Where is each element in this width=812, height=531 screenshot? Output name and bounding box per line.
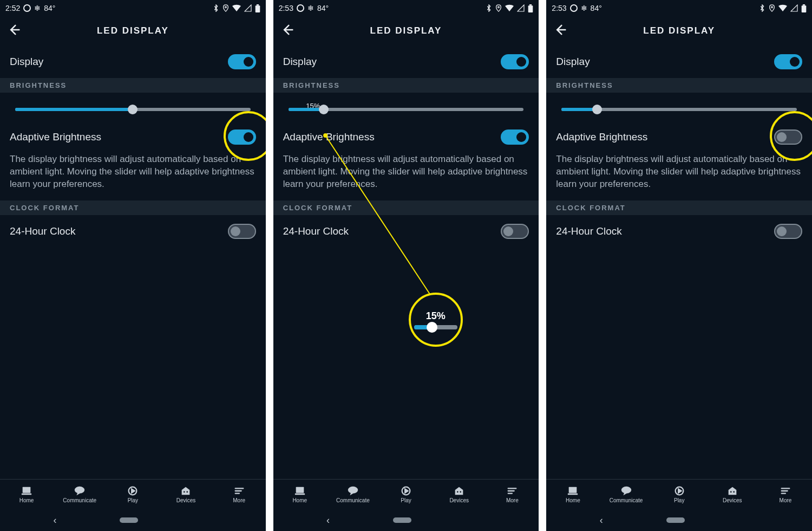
- svg-rect-21: [802, 5, 807, 12]
- nav-communicate[interactable]: Communicate: [599, 480, 652, 509]
- sys-home-pill[interactable]: [666, 517, 685, 523]
- nav-devices[interactable]: Devices: [159, 480, 212, 509]
- sys-back-icon[interactable]: ‹: [326, 515, 330, 526]
- nav-label: Communicate: [63, 497, 96, 503]
- adaptive-row: Adaptive Brightness: [273, 121, 539, 153]
- adaptive-toggle[interactable]: [501, 129, 529, 145]
- bluetooth-icon: [759, 4, 765, 12]
- nav-devices[interactable]: Devices: [706, 480, 759, 509]
- adaptive-toggle[interactable]: [228, 129, 256, 145]
- brightness-header: BRIGHTNESS: [0, 78, 266, 93]
- location-icon: [222, 4, 229, 12]
- svg-rect-13: [295, 494, 305, 495]
- svg-point-28: [733, 491, 735, 493]
- nav-more[interactable]: More: [486, 480, 539, 509]
- temp-text: 84°: [44, 4, 55, 12]
- svg-point-9: [498, 7, 500, 8]
- battery-icon: [801, 4, 807, 12]
- svg-point-20: [771, 7, 773, 8]
- signal-icon: [790, 4, 798, 12]
- display-toggle[interactable]: [228, 54, 256, 69]
- svg-rect-24: [568, 494, 578, 495]
- nav-label: More: [780, 497, 792, 503]
- battery-icon: [528, 4, 533, 12]
- svg-point-17: [460, 491, 462, 493]
- clock24-label: 24-Hour Clock: [283, 225, 349, 237]
- nav-label: Devices: [176, 497, 196, 503]
- svg-rect-2: [257, 4, 259, 5]
- location-icon: [495, 4, 502, 12]
- wifi-icon: [505, 4, 514, 12]
- nav-play[interactable]: Play: [106, 480, 159, 509]
- adaptive-label: Adaptive Brightness: [10, 131, 101, 143]
- nav-label: Communicate: [336, 497, 370, 503]
- weather-icon: ❄: [307, 4, 314, 12]
- nav-label: Play: [401, 497, 411, 503]
- system-nav: ‹: [546, 509, 812, 531]
- sys-back-icon[interactable]: ‹: [600, 515, 603, 526]
- page-title: LED DISPLAY: [273, 25, 539, 36]
- nav-label: Home: [566, 497, 580, 503]
- nav-label: Play: [128, 497, 138, 503]
- nav-communicate[interactable]: Communicate: [326, 480, 379, 509]
- header: LED DISPLAY: [273, 16, 539, 46]
- clock24-toggle[interactable]: [501, 224, 529, 239]
- brightness-slider[interactable]: 15%: [273, 93, 539, 121]
- bottom-nav: Home Communicate Play Devices More: [546, 479, 812, 509]
- display-row: Display: [546, 46, 812, 78]
- nav-play[interactable]: Play: [379, 480, 433, 509]
- display-toggle[interactable]: [501, 54, 529, 69]
- brightness-slider[interactable]: [0, 93, 266, 121]
- display-label: Display: [283, 56, 317, 68]
- nav-label: Devices: [449, 497, 469, 503]
- nav-home[interactable]: Home: [273, 480, 326, 509]
- svg-point-5: [75, 487, 84, 494]
- nav-communicate[interactable]: Communicate: [53, 480, 106, 509]
- brightness-header: BRIGHTNESS: [273, 78, 539, 93]
- system-nav: ‹: [0, 509, 266, 531]
- assistant-icon: [570, 4, 578, 12]
- page-title: LED DISPLAY: [546, 25, 812, 36]
- nav-more[interactable]: More: [213, 480, 266, 509]
- sys-home-pill[interactable]: [393, 517, 411, 523]
- weather-icon: ❄: [581, 4, 587, 12]
- sys-back-icon[interactable]: ‹: [53, 515, 56, 526]
- clock24-toggle[interactable]: [774, 224, 802, 239]
- phone-panel-1: 2:53 ❄ 84° LED DISPLAY Display BRIGHTNES…: [273, 0, 539, 531]
- clock-text: 2:53: [279, 4, 293, 12]
- nav-more[interactable]: More: [759, 480, 812, 509]
- status-bar: 2:53 ❄ 84°: [273, 0, 539, 16]
- nav-home[interactable]: Home: [546, 480, 599, 509]
- clock-header: CLOCK FORMAT: [546, 200, 812, 215]
- assistant-icon: [23, 4, 31, 12]
- header: LED DISPLAY: [546, 16, 812, 46]
- adaptive-label: Adaptive Brightness: [283, 131, 375, 143]
- nav-play[interactable]: Play: [653, 480, 706, 509]
- phone-panel-0: 2:52 ❄ 84° LED DISPLAY: [0, 0, 266, 531]
- wifi-icon: [778, 4, 787, 12]
- nav-label: Play: [674, 497, 684, 503]
- battery-icon: [255, 4, 260, 12]
- clock24-toggle[interactable]: [228, 224, 256, 239]
- weather-icon: ❄: [34, 4, 41, 12]
- clock24-label: 24-Hour Clock: [556, 225, 621, 237]
- sys-home-pill[interactable]: [120, 517, 138, 523]
- svg-point-25: [621, 487, 631, 494]
- display-label: Display: [10, 56, 43, 68]
- brightness-slider[interactable]: [546, 93, 812, 121]
- signal-icon: [517, 4, 525, 12]
- svg-rect-1: [255, 5, 260, 12]
- nav-label: Communicate: [610, 497, 643, 503]
- bottom-nav: Home Communicate Play Devices More: [0, 479, 266, 509]
- clock-text: 2:53: [552, 4, 566, 12]
- adaptive-toggle[interactable]: [774, 129, 802, 145]
- clock-header: CLOCK FORMAT: [0, 200, 266, 215]
- nav-devices[interactable]: Devices: [433, 480, 486, 509]
- svg-rect-10: [528, 5, 533, 12]
- system-nav: ‹: [273, 509, 539, 531]
- display-toggle[interactable]: [774, 54, 802, 69]
- clock24-row: 24-Hour Clock: [273, 215, 539, 248]
- clock-header: CLOCK FORMAT: [273, 200, 539, 215]
- nav-home[interactable]: Home: [0, 480, 53, 509]
- svg-rect-4: [22, 494, 31, 495]
